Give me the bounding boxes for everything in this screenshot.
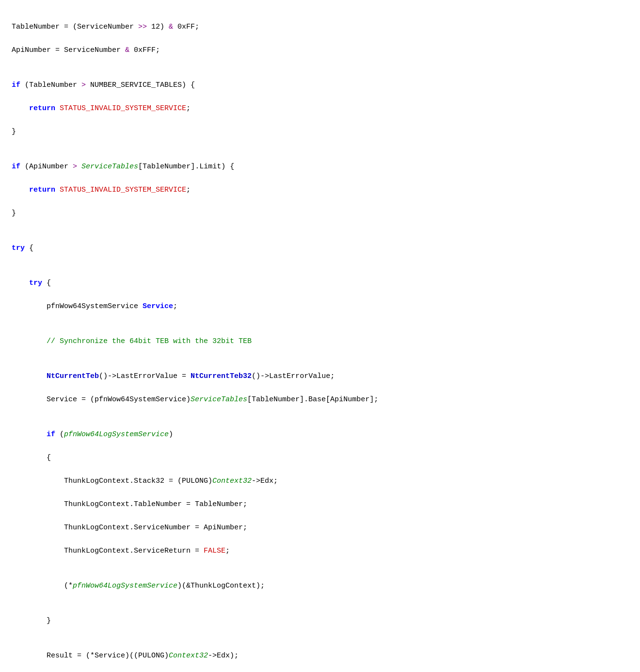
- code-line-22: if (pfnWow64LogSystemService): [12, 429, 628, 441]
- code-display: TableNumber = (ServiceNumber >> 12) & 0x…: [12, 10, 628, 672]
- code-line-33: Result = (*Service)((PULONG)Context32->E…: [12, 650, 628, 662]
- code-line-14: try {: [12, 278, 628, 289]
- code-line-8: if (ApiNumber > ServiceTables[TableNumbe…: [12, 161, 628, 173]
- code-line-31: }: [12, 615, 628, 627]
- code-line-27: ThunkLogContext.ServiceReturn = FALSE;: [12, 545, 628, 557]
- code-line-9: return STATUS_INVALID_SYSTEM_SERVICE;: [12, 184, 628, 196]
- code-line-19: NtCurrentTeb()->LastErrorValue = NtCurre…: [12, 371, 628, 382]
- code-line-10: }: [12, 208, 628, 219]
- code-line-15: pfnWow64SystemService Service;: [12, 301, 628, 312]
- code-line-29: (*pfnWow64LogSystemService)(&ThunkLogCon…: [12, 580, 628, 592]
- code-line-24: ThunkLogContext.Stack32 = (PULONG)Contex…: [12, 475, 628, 487]
- code-line-26: ThunkLogContext.ServiceNumber = ApiNumbe…: [12, 522, 628, 534]
- code-line-20: Service = (pfnWow64SystemService)Service…: [12, 394, 628, 406]
- code-line-12: try {: [12, 243, 628, 254]
- code-line-25: ThunkLogContext.TableNumber = TableNumbe…: [12, 499, 628, 510]
- code-line-2: ApiNumber = ServiceNumber & 0xFFF;: [12, 45, 628, 56]
- code-line-4: if (TableNumber > NUMBER_SERVICE_TABLES)…: [12, 80, 628, 91]
- code-line-5: return STATUS_INVALID_SYSTEM_SERVICE;: [12, 103, 628, 115]
- code-line-17: // Synchronize the 64bit TEB with the 32…: [12, 336, 628, 347]
- code-line-6: }: [12, 126, 628, 138]
- code-line-1: TableNumber = (ServiceNumber >> 12) & 0x…: [12, 21, 628, 33]
- code-line-23: {: [12, 452, 628, 464]
